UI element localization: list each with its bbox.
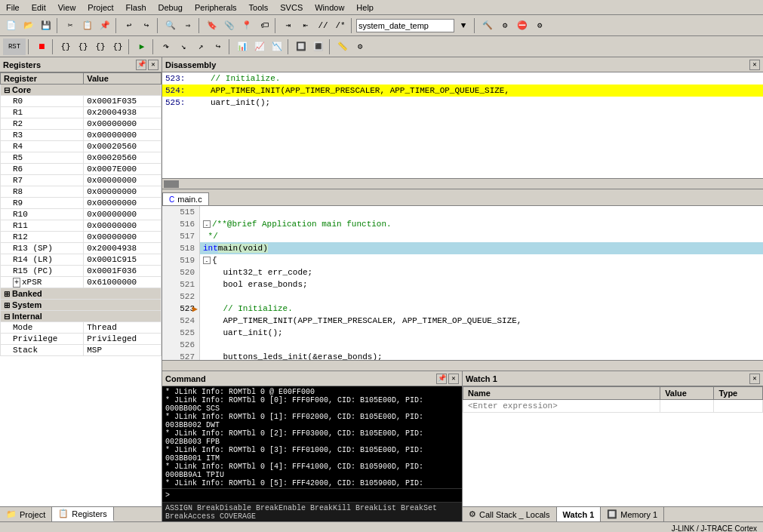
bookmark-button[interactable]: 🔖 [204,17,220,34]
disasm-close-button[interactable]: ✕ [749,60,760,70]
disasm-scroll-thumb[interactable] [164,180,179,188]
table-row[interactable]: R12 0x00000000 [1,232,162,243]
findnext-button[interactable]: ⇒ [180,17,196,34]
menu-tools[interactable]: Tools [243,2,275,14]
expand-icon-internal[interactable]: ⊟ [4,312,10,321]
expand-icon-core[interactable]: ⊟ [4,86,10,94]
paste-button[interactable]: 📌 [97,17,113,34]
dropdown-arrow[interactable]: ▼ [455,17,472,34]
code-line-521[interactable]: bool erase_bonds; [200,278,763,291]
expand-icon-system[interactable]: ⊞ [4,301,10,309]
table-row[interactable]: Stack MSP [1,345,162,356]
code-line-519[interactable]: -{ [200,254,763,266]
reg-group-internal[interactable]: ⊟ Internal [1,311,162,322]
perf-button[interactable]: 📏 [334,38,351,55]
table-row[interactable]: R7 0x00000000 [1,175,162,186]
run-button[interactable]: ▶ [134,38,150,55]
menu-debug[interactable]: Debug [152,2,189,14]
table-row[interactable]: R8 0x00000000 [1,186,162,198]
watch-expression-input[interactable] [468,401,655,411]
cut-button[interactable]: ✂ [62,17,78,34]
command-close-button[interactable]: ✕ [448,374,459,384]
watch-table[interactable]: Name Value Type [463,386,763,506]
watch-tab-watch1[interactable]: Watch 1 [557,507,601,521]
code-line-515[interactable] [200,206,763,218]
table-row[interactable]: R14 (LR) 0x0001C915 [1,254,162,266]
debug-reset-button[interactable]: RST [3,38,26,55]
code-line-520[interactable]: uint32_t err_code; [200,266,763,278]
watch-tab-memory1[interactable]: 🔲 Memory 1 [601,507,664,521]
fold-btn-519[interactable]: - [203,257,211,264]
disassembly-content[interactable]: 523: // Initialize. 524: APP_TIMER_INIT(… [162,72,763,178]
menu-peripherals[interactable]: Peripherals [189,2,243,14]
stop-build-button[interactable]: ⛔ [514,17,531,34]
debug-stop-button[interactable]: ⏹ [33,38,50,55]
bpclear-button[interactable]: {} [109,38,126,55]
table-row[interactable]: R5 0x00020560 [1,152,162,164]
table-row[interactable]: R15 (PC) 0x0001F036 [1,266,162,277]
code-line-518[interactable]: int main(void) [200,242,763,254]
menu-flash[interactable]: Flash [120,2,152,14]
stepout-button[interactable]: ↗ [192,38,209,55]
command-pin-button[interactable]: 📌 [436,374,447,384]
watch-close-button[interactable]: ✕ [749,374,760,384]
reg-group-core[interactable]: ⊟ Core [1,85,162,96]
build-button[interactable]: 🔨 [479,17,496,34]
fold-btn-516[interactable]: - [203,220,211,228]
menu-project[interactable]: Project [82,2,119,14]
table-row[interactable]: R4 0x00020560 [1,141,162,152]
table-row[interactable]: R11 0x00000000 [1,220,162,232]
mem1-button[interactable]: 🔲 [293,38,309,55]
tab-project[interactable]: 📁 Project [0,507,52,521]
reg-group-banked[interactable]: ⊞ Banked [1,288,162,300]
stepin-button[interactable]: ↘ [175,38,192,55]
bookmark4-button[interactable]: 🏷 [256,17,272,34]
commentl-button[interactable]: // [315,17,331,34]
code-scrollbar-h[interactable] [162,360,763,371]
menu-help[interactable]: Help [350,2,380,14]
bookmark3-button[interactable]: 📍 [238,17,255,34]
table-row[interactable]: +xPSR 0x61000000 [1,277,162,288]
mem2-button[interactable]: 🔳 [310,38,327,55]
code-tab-main[interactable]: C main.c [162,192,209,205]
toggle-bptype-button[interactable]: {} [75,38,91,55]
project-dropdown[interactable] [356,19,454,32]
settings-button[interactable]: ⚙ [531,17,548,34]
toggle-breakpoint-button[interactable]: {} [57,38,74,55]
table-row[interactable]: R10 0x00000000 [1,209,162,220]
registers-table-container[interactable]: Register Value ⊟ CoreR0 0x0001F035R1 0x2… [0,72,162,506]
code-line-527[interactable]: buttons_leds_init(&erase_bonds); [200,351,763,360]
code-line-516[interactable]: -/**@brief Application main function. [200,218,763,230]
save-button[interactable]: 💾 [38,17,54,34]
menu-window[interactable]: Window [309,2,350,14]
undo-button[interactable]: ↩ [121,17,137,34]
watch-tab-callstack[interactable]: ⚙ Call Stack _ Locals [463,507,557,521]
code-line-526[interactable] [200,339,763,351]
table-row[interactable]: R3 0x00000000 [1,130,162,141]
code-line-522[interactable] [200,291,763,303]
find-button[interactable]: 🔍 [162,17,179,34]
table-row[interactable]: R9 0x00000000 [1,198,162,209]
view3-button[interactable]: 📉 [269,38,285,55]
redo-button[interactable]: ↪ [138,17,155,34]
view2-button[interactable]: 📈 [251,38,268,55]
close-registers-button[interactable]: ✕ [148,60,158,70]
new-button[interactable]: 📄 [3,17,20,34]
table-row[interactable]: Mode Thread [1,322,162,334]
code-line-523[interactable]: // Initialize. [200,303,763,315]
runto-button[interactable]: ↪ [210,38,226,55]
commentb-button[interactable]: /* [332,17,349,34]
open-button[interactable]: 📂 [20,17,37,34]
reg-group-system[interactable]: ⊞ System [1,300,162,311]
table-row[interactable]: R6 0x0007E000 [1,164,162,175]
menu-edit[interactable]: Edit [26,2,52,14]
view1-button[interactable]: 📊 [234,38,251,55]
menu-file[interactable]: File [0,2,26,14]
table-row[interactable]: R0 0x0001F035 [1,96,162,107]
pin-button[interactable]: 📌 [136,60,146,70]
expand-icon-banked[interactable]: ⊞ [4,290,10,298]
table-row[interactable]: R13 (SP) 0x20004938 [1,243,162,254]
indent-button[interactable]: ⇥ [280,17,297,34]
disasm-scrollbar-h[interactable] [162,178,763,189]
code-content[interactable]: 515516517518519520521522523▶524525526527… [162,206,763,360]
